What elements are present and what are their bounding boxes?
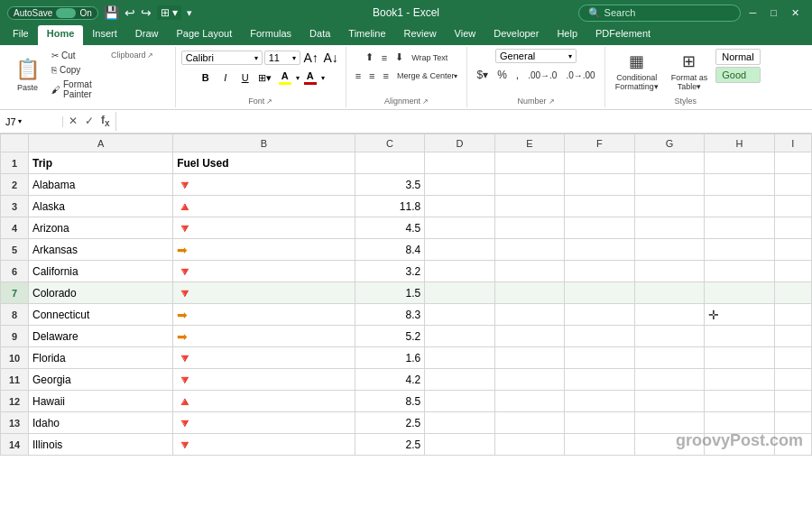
col-header-g[interactable]: G xyxy=(634,134,705,152)
tab-pdfelement[interactable]: PDFelement xyxy=(586,25,660,45)
autosave-badge[interactable]: AutoSave On xyxy=(7,6,98,20)
list-item[interactable] xyxy=(634,326,705,347)
list-item[interactable]: 1.5 xyxy=(355,282,425,304)
tab-developer[interactable]: Developer xyxy=(484,25,548,45)
enter-formula-icon[interactable]: ✓ xyxy=(83,113,96,129)
list-item[interactable] xyxy=(634,217,705,239)
redo-icon[interactable]: ↪ xyxy=(141,5,152,20)
font-size-selector[interactable]: 11 ▾ xyxy=(264,51,300,65)
align-center-button[interactable]: ≡ xyxy=(365,68,378,84)
list-item[interactable]: 4.5 xyxy=(355,217,425,239)
list-item[interactable]: Connecticut xyxy=(29,304,173,326)
list-item[interactable] xyxy=(634,152,705,174)
normal-style[interactable]: Normal xyxy=(715,49,760,65)
undo-icon[interactable]: ↩ xyxy=(125,5,135,20)
copy-button[interactable]: ⎘ Copy xyxy=(48,63,96,77)
list-item[interactable]: 3.5 xyxy=(355,174,425,196)
list-item[interactable]: Georgia xyxy=(29,369,173,391)
list-item[interactable] xyxy=(705,152,775,174)
list-item[interactable] xyxy=(705,434,775,456)
paste-button[interactable]: 📋 Paste xyxy=(9,49,46,101)
list-item[interactable] xyxy=(705,412,775,434)
list-item[interactable]: 8.3 xyxy=(355,304,425,326)
list-item[interactable] xyxy=(425,152,495,174)
list-item[interactable] xyxy=(565,239,635,261)
number-expand-icon[interactable]: ↗ xyxy=(549,97,555,106)
alignment-expand-icon[interactable]: ↗ xyxy=(422,97,429,106)
wrap-text-button[interactable]: Wrap Text xyxy=(408,49,451,66)
list-item[interactable] xyxy=(774,326,811,347)
list-item[interactable]: Trip xyxy=(29,152,173,174)
list-item[interactable] xyxy=(425,434,495,456)
cut-button[interactable]: ✂ Cut xyxy=(48,49,96,62)
tab-view[interactable]: View xyxy=(446,25,485,45)
conditional-formatting-button[interactable]: ▦ ConditionalFormatting▾ xyxy=(611,49,663,94)
autosave-toggle[interactable] xyxy=(56,8,76,18)
list-item[interactable]: Alabama xyxy=(29,174,173,196)
list-item[interactable] xyxy=(634,347,705,369)
list-item[interactable]: ➡ xyxy=(173,239,355,261)
list-item[interactable] xyxy=(494,152,565,174)
col-header-i[interactable]: I xyxy=(774,134,811,152)
list-item[interactable]: 🔺 xyxy=(173,196,355,217)
list-item[interactable]: 5.2 xyxy=(355,326,425,347)
comma-button[interactable]: , xyxy=(512,66,522,84)
tab-draw[interactable]: Draw xyxy=(126,25,168,45)
list-item[interactable]: Alaska xyxy=(29,196,173,217)
list-item[interactable] xyxy=(425,261,495,282)
align-right-button[interactable]: ≡ xyxy=(380,68,392,84)
list-item[interactable]: ➡ xyxy=(173,326,355,347)
list-item[interactable] xyxy=(494,347,565,369)
list-item[interactable]: 2.5 xyxy=(355,434,425,456)
list-item[interactable] xyxy=(565,282,635,304)
list-item[interactable] xyxy=(705,282,775,304)
increase-font-button[interactable]: A↑ xyxy=(302,49,320,67)
list-item[interactable] xyxy=(565,196,635,217)
list-item[interactable]: 8.5 xyxy=(355,391,425,412)
list-item[interactable] xyxy=(634,412,705,434)
list-item[interactable] xyxy=(705,196,775,217)
clipboard-expand-icon[interactable]: ↗ xyxy=(147,51,153,60)
list-item[interactable] xyxy=(634,304,705,326)
list-item[interactable]: ➡ xyxy=(173,304,355,326)
list-item[interactable]: 11.8 xyxy=(355,196,425,217)
list-item[interactable] xyxy=(774,261,811,282)
list-item[interactable] xyxy=(425,174,495,196)
list-item[interactable] xyxy=(494,304,565,326)
align-middle-button[interactable]: ≡ xyxy=(378,49,391,66)
list-item[interactable] xyxy=(705,369,775,391)
bold-button[interactable]: B xyxy=(197,69,215,87)
search-bar[interactable]: 🔍 Search xyxy=(578,5,741,22)
list-item[interactable]: 🔻 xyxy=(173,261,355,282)
list-item[interactable]: California xyxy=(29,261,173,282)
fill-color-button[interactable]: A xyxy=(276,69,294,87)
list-item[interactable] xyxy=(565,261,635,282)
list-item[interactable] xyxy=(494,196,565,217)
list-item[interactable] xyxy=(705,261,775,282)
tab-page-layout[interactable]: Page Layout xyxy=(167,25,241,45)
restore-button[interactable]: □ xyxy=(765,7,782,18)
list-item[interactable] xyxy=(774,152,811,174)
row-header-14[interactable]: 14 xyxy=(1,434,29,456)
tab-data[interactable]: Data xyxy=(300,25,339,45)
list-item[interactable] xyxy=(425,412,495,434)
list-item[interactable] xyxy=(774,412,811,434)
cancel-formula-icon[interactable]: ✕ xyxy=(67,113,79,129)
list-item[interactable] xyxy=(425,391,495,412)
list-item[interactable] xyxy=(494,369,565,391)
format-as-table-button[interactable]: ⊞ Format asTable▾ xyxy=(667,49,713,94)
list-item[interactable] xyxy=(425,217,495,239)
decrease-decimal-button[interactable]: .00→.0 xyxy=(524,68,560,83)
list-item[interactable]: 🔻 xyxy=(173,282,355,304)
tab-insert[interactable]: Insert xyxy=(83,25,126,45)
row-header-1[interactable]: 1 xyxy=(1,152,29,174)
list-item[interactable]: 4.2 xyxy=(355,369,425,391)
list-item[interactable]: Illinois xyxy=(29,434,173,456)
list-item[interactable] xyxy=(565,152,635,174)
list-item[interactable] xyxy=(355,152,425,174)
list-item[interactable] xyxy=(425,304,495,326)
row-header-6[interactable]: 6 xyxy=(1,261,29,282)
list-item[interactable] xyxy=(425,282,495,304)
cell-ref-dropdown[interactable]: ▾ xyxy=(18,117,22,125)
list-item[interactable] xyxy=(634,434,705,456)
